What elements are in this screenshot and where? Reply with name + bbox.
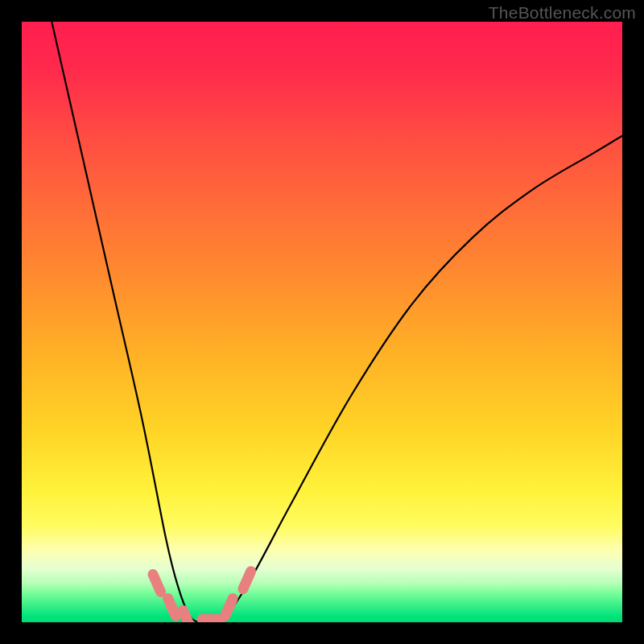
trough-marker [183,610,191,622]
trough-marker [168,598,176,616]
trough-marker [243,572,251,589]
attribution-text: TheBottleneck.com [489,3,636,23]
bottleneck-curve [22,22,622,622]
chart-area [22,22,622,622]
trough-marker [153,575,161,592]
trough-marker [225,598,233,616]
